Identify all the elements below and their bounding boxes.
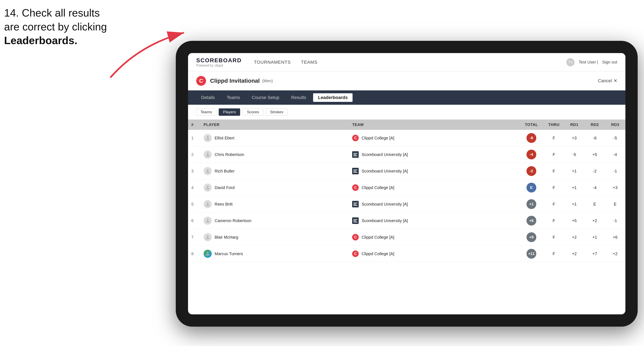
player-avatar bbox=[204, 167, 212, 175]
cell-team: CClippd College [A] bbox=[349, 130, 519, 146]
cell-rank: 3 bbox=[188, 163, 200, 179]
svg-point-5 bbox=[207, 202, 208, 204]
col-thru: THRU bbox=[544, 120, 564, 130]
cell-rd3: -4 bbox=[605, 146, 626, 163]
cell-rd3: +6 bbox=[605, 229, 626, 246]
score-badge: -8 bbox=[526, 133, 536, 143]
logo-area: SCOREBOARD Powered by clippd bbox=[196, 57, 242, 67]
tab-teams[interactable]: Teams bbox=[222, 93, 245, 102]
cell-team: CClippd College [A] bbox=[349, 179, 519, 196]
player-name: Cameron Robertson bbox=[214, 218, 252, 223]
tab-details[interactable]: Details bbox=[196, 93, 220, 102]
cell-rank: 6 bbox=[188, 212, 200, 229]
cell-rank: 1 bbox=[188, 130, 200, 146]
cell-rd1: +1 bbox=[564, 196, 584, 212]
player-avatar bbox=[204, 200, 212, 208]
player-name: Blair McHarg bbox=[214, 235, 238, 240]
cell-thru: F bbox=[544, 130, 564, 146]
team-name: Scoreboard University [A] bbox=[362, 152, 408, 157]
player-avatar bbox=[204, 151, 212, 159]
sign-out-link[interactable]: Sign out bbox=[602, 60, 617, 64]
team-logo-clippd: C bbox=[352, 135, 359, 141]
col-total: TOTAL bbox=[519, 120, 544, 130]
tab-course-setup[interactable]: Course Setup bbox=[247, 93, 284, 102]
cell-rank: 2 bbox=[188, 146, 200, 163]
table-row: 5Rees BrittScoreboard University [A]+1F+… bbox=[188, 196, 626, 212]
cell-total: -4 bbox=[519, 146, 544, 163]
cell-rd1: -5 bbox=[564, 146, 584, 163]
score-badge: +9 bbox=[526, 232, 536, 242]
nav-links: TOURNAMENTS TEAMS bbox=[254, 60, 566, 65]
cell-rd3: -1 bbox=[605, 212, 626, 229]
filter-players[interactable]: Players bbox=[219, 108, 240, 116]
player-avatar bbox=[204, 217, 212, 225]
tablet-frame: SCOREBOARD Powered by clippd TOURNAMENTS… bbox=[176, 41, 638, 327]
team-name: Clippd College [A] bbox=[362, 235, 394, 240]
player-name: Marcus Turners bbox=[214, 251, 243, 256]
table-row: 6Cameron RobertsonScoreboard University … bbox=[188, 212, 626, 229]
table-row: 3Rich ButlerScoreboard University [A]-2F… bbox=[188, 163, 626, 179]
nav-teams[interactable]: TEAMS bbox=[301, 60, 318, 65]
filter-teams[interactable]: Teams bbox=[196, 108, 216, 116]
cell-thru: F bbox=[544, 163, 564, 179]
tablet-screen: SCOREBOARD Powered by clippd TOURNAMENTS… bbox=[188, 53, 626, 314]
table-header: # PLAYER TEAM TOTAL THRU RD1 RD2 RD3 bbox=[188, 120, 626, 130]
svg-point-1 bbox=[207, 136, 208, 138]
team-name: Clippd College [A] bbox=[362, 185, 394, 190]
player-avatar bbox=[204, 183, 212, 192]
filter-strokes[interactable]: Strokes bbox=[266, 108, 287, 116]
filter-scores[interactable]: Scores bbox=[242, 108, 263, 116]
team-name: Clippd College [A] bbox=[362, 136, 394, 141]
cell-rd3: +2 bbox=[605, 246, 626, 262]
nav-right: TU Test User | Sign out bbox=[566, 58, 617, 66]
cell-thru: F bbox=[544, 246, 564, 262]
cell-total: -8 bbox=[519, 130, 544, 146]
cell-rd2: +2 bbox=[584, 212, 605, 229]
cell-total: E bbox=[519, 179, 544, 196]
cell-rd2: E bbox=[584, 196, 605, 212]
cell-team: CClippd College [A] bbox=[349, 246, 519, 262]
cell-thru: F bbox=[544, 229, 564, 246]
cell-rd1: +1 bbox=[564, 179, 584, 196]
table-row: 7Blair McHargCClippd College [A]+9F+2+1+… bbox=[188, 229, 626, 246]
team-logo-clippd: C bbox=[352, 184, 359, 191]
cell-total: +9 bbox=[519, 229, 544, 246]
cell-player: Rees Britt bbox=[200, 196, 349, 212]
cell-player: Cameron Robertson bbox=[200, 212, 349, 229]
tab-leaderboards[interactable]: Leaderboards bbox=[313, 93, 353, 102]
tab-results[interactable]: Results bbox=[286, 93, 311, 102]
team-logo-clippd: C bbox=[352, 234, 359, 240]
table-row: 8Marcus TurnersCClippd College [A]+11F+2… bbox=[188, 246, 626, 262]
cell-thru: F bbox=[544, 212, 564, 229]
cell-total: +1 bbox=[519, 196, 544, 212]
score-badge: +11 bbox=[526, 249, 536, 259]
svg-point-2 bbox=[207, 153, 208, 155]
svg-point-4 bbox=[207, 186, 208, 187]
cell-rank: 4 bbox=[188, 179, 200, 196]
cell-player: Elliot Ebert bbox=[200, 130, 349, 146]
cell-player: David Ford bbox=[200, 179, 349, 196]
cell-rd2: +7 bbox=[584, 246, 605, 262]
cell-thru: F bbox=[544, 146, 564, 163]
leaderboard-table: # PLAYER TEAM TOTAL THRU RD1 RD2 RD3 1El… bbox=[188, 120, 626, 314]
player-avatar bbox=[204, 134, 212, 142]
cell-total: -2 bbox=[519, 163, 544, 179]
team-name: Scoreboard University [A] bbox=[362, 218, 408, 223]
cell-rank: 7 bbox=[188, 229, 200, 246]
cell-rd2: +5 bbox=[584, 146, 605, 163]
svg-point-7 bbox=[207, 235, 208, 237]
col-player: PLAYER bbox=[200, 120, 349, 130]
cell-rd3: -5 bbox=[605, 130, 626, 146]
table-body: 1Elliot EbertCClippd College [A]-8F+3-6-… bbox=[188, 130, 626, 262]
cell-rd2: -6 bbox=[584, 130, 605, 146]
svg-point-6 bbox=[207, 219, 208, 221]
cell-rank: 5 bbox=[188, 196, 200, 212]
svg-point-8 bbox=[207, 252, 208, 254]
player-name: David Ford bbox=[214, 185, 235, 190]
cell-team: CClippd College [A] bbox=[349, 229, 519, 246]
cell-player: Blair McHarg bbox=[200, 229, 349, 246]
col-team: TEAM bbox=[349, 120, 519, 130]
nav-tournaments[interactable]: TOURNAMENTS bbox=[254, 60, 291, 65]
cancel-button[interactable]: Cancel ✕ bbox=[598, 78, 617, 83]
cell-rd3: +3 bbox=[605, 179, 626, 196]
